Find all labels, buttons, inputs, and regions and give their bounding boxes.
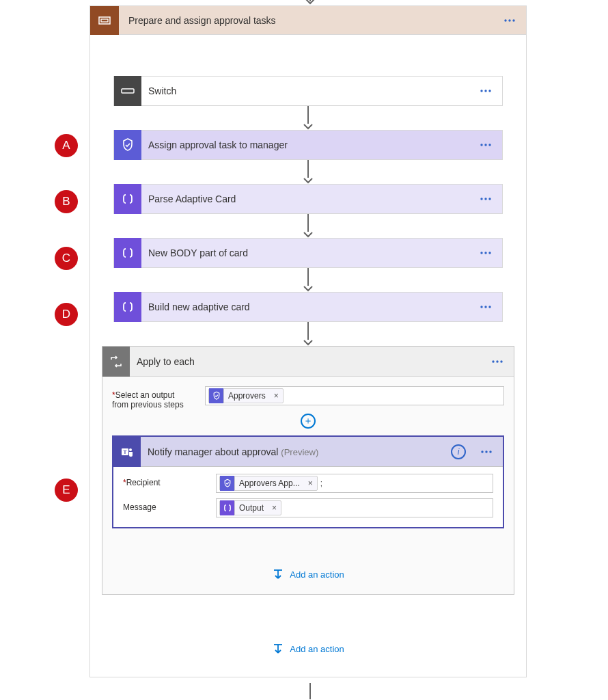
message-label: Message bbox=[123, 498, 216, 512]
svg-point-25 bbox=[484, 306, 486, 308]
svg-point-4 bbox=[508, 19, 510, 21]
apply-menu-button[interactable] bbox=[481, 347, 514, 376]
scope-menu-button[interactable] bbox=[493, 6, 526, 35]
svg-point-17 bbox=[488, 144, 490, 146]
add-action-outer-button[interactable]: Add an action bbox=[272, 643, 344, 655]
scope-header[interactable]: Prepare and assign approval tasks bbox=[90, 6, 526, 35]
add-action-inner-button[interactable]: Add an action bbox=[272, 568, 344, 580]
svg-point-3 bbox=[504, 19, 506, 21]
assign-label: Assign approval task to manager bbox=[141, 139, 469, 150]
scope-card: Prepare and assign approval tasks Switch… bbox=[89, 5, 527, 677]
approval-icon bbox=[220, 476, 235, 491]
teams-icon: T bbox=[113, 437, 141, 467]
connector-arrow bbox=[303, 160, 313, 184]
foreach-icon bbox=[102, 347, 130, 377]
info-icon[interactable]: i bbox=[451, 444, 466, 459]
step-parse-card[interactable]: Parse Adaptive Card bbox=[113, 184, 503, 214]
dataop-icon bbox=[220, 500, 235, 515]
svg-point-32 bbox=[129, 448, 132, 451]
svg-rect-6 bbox=[122, 89, 134, 93]
svg-point-34 bbox=[485, 450, 487, 453]
svg-point-16 bbox=[484, 144, 486, 146]
apply-title: Apply to each bbox=[130, 356, 481, 367]
annotation-badge-a: A bbox=[55, 134, 78, 157]
step-switch[interactable]: Switch bbox=[113, 76, 503, 106]
connector-arrow bbox=[303, 322, 313, 346]
token-output[interactable]: Output × bbox=[219, 500, 281, 515]
build-menu-button[interactable] bbox=[469, 293, 502, 321]
token-remove-icon[interactable]: × bbox=[270, 391, 283, 401]
select-output-label: *Select an output from previous steps bbox=[112, 386, 205, 409]
svg-point-14 bbox=[488, 90, 490, 92]
svg-point-27 bbox=[492, 360, 494, 362]
svg-point-20 bbox=[488, 198, 490, 200]
svg-point-26 bbox=[488, 306, 490, 308]
connector-arrow bbox=[303, 106, 313, 130]
notify-menu-button[interactable] bbox=[470, 438, 503, 466]
switch-menu-button[interactable] bbox=[469, 77, 502, 105]
annotation-badge-d: D bbox=[55, 303, 78, 326]
message-input[interactable]: Output × bbox=[216, 498, 493, 517]
svg-point-12 bbox=[480, 90, 482, 92]
svg-point-18 bbox=[480, 198, 482, 200]
svg-point-35 bbox=[489, 450, 491, 453]
svg-point-21 bbox=[480, 252, 482, 254]
recipient-semicolon: ; bbox=[320, 479, 322, 488]
token-remove-icon[interactable]: × bbox=[304, 479, 317, 488]
dataop-icon bbox=[114, 292, 141, 322]
svg-point-28 bbox=[496, 360, 498, 362]
connector-arrow bbox=[303, 268, 313, 292]
dataop-icon bbox=[114, 238, 141, 268]
token-remove-icon[interactable]: × bbox=[268, 503, 281, 513]
scope-title: Prepare and assign approval tasks bbox=[119, 15, 493, 26]
token-recipient[interactable]: Approvers App... × bbox=[219, 476, 318, 491]
apply-header[interactable]: Apply to each bbox=[102, 347, 514, 377]
annotation-badge-c: C bbox=[55, 247, 78, 270]
apply-to-each-card: Apply to each *Select an output from pre… bbox=[102, 346, 514, 595]
outgoing-arrow bbox=[305, 683, 315, 699]
parse-label: Parse Adaptive Card bbox=[141, 193, 469, 204]
switch-icon bbox=[114, 76, 141, 106]
token-approvers[interactable]: Approvers × bbox=[208, 388, 284, 403]
svg-point-19 bbox=[484, 198, 486, 200]
recipient-input[interactable]: Approvers App... × ; bbox=[216, 474, 493, 493]
scope-icon bbox=[90, 6, 119, 35]
notify-header[interactable]: T Notify manager about approval (Preview… bbox=[113, 437, 503, 467]
notify-title: Notify manager about approval (Preview) bbox=[141, 446, 451, 457]
notify-card: T Notify manager about approval (Preview… bbox=[112, 435, 504, 528]
annotation-badge-e: E bbox=[55, 479, 78, 502]
select-output-input[interactable]: Approvers × bbox=[205, 386, 504, 405]
dataop-icon bbox=[114, 184, 141, 214]
build-label: Build new adaptive card bbox=[141, 301, 469, 312]
svg-text:T: T bbox=[124, 449, 127, 455]
connector-arrow bbox=[303, 214, 313, 238]
svg-point-29 bbox=[500, 360, 502, 362]
annotation-badge-b: B bbox=[55, 190, 78, 213]
step-new-body[interactable]: New BODY part of card bbox=[113, 238, 503, 268]
svg-rect-2 bbox=[101, 19, 108, 22]
svg-point-22 bbox=[484, 252, 486, 254]
add-step-plus-button[interactable]: ＋ bbox=[301, 414, 316, 429]
assign-menu-button[interactable] bbox=[469, 131, 502, 159]
approval-icon bbox=[114, 130, 141, 160]
step-build-card[interactable]: Build new adaptive card bbox=[113, 292, 503, 322]
svg-point-24 bbox=[480, 306, 482, 308]
approval-icon bbox=[209, 388, 224, 403]
svg-point-5 bbox=[512, 19, 514, 21]
svg-point-13 bbox=[484, 90, 486, 92]
newbody-label: New BODY part of card bbox=[141, 247, 469, 258]
svg-point-33 bbox=[481, 450, 483, 453]
incoming-arrow bbox=[305, 0, 315, 5]
switch-label: Switch bbox=[141, 85, 469, 96]
svg-point-23 bbox=[488, 252, 490, 254]
step-assign-approval[interactable]: Assign approval task to manager bbox=[113, 130, 503, 160]
svg-point-15 bbox=[480, 144, 482, 146]
newbody-menu-button[interactable] bbox=[469, 239, 502, 267]
recipient-label: *Recipient bbox=[123, 474, 216, 487]
parse-menu-button[interactable] bbox=[469, 185, 502, 213]
